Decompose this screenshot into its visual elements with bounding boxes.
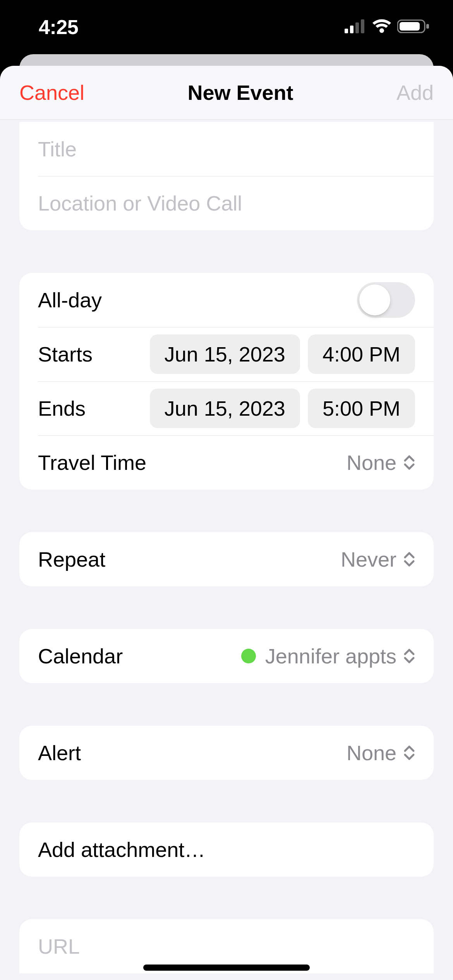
starts-row: Starts Jun 15, 2023 4:00 PM xyxy=(19,327,434,381)
svg-rect-1 xyxy=(350,26,353,33)
alert-group: Alert None xyxy=(19,726,434,780)
title-row[interactable]: Title xyxy=(19,122,434,176)
calendar-label: Calendar xyxy=(38,644,123,668)
ends-label: Ends xyxy=(38,396,86,420)
url-input[interactable]: URL xyxy=(38,934,415,958)
status-icons xyxy=(345,19,430,36)
home-indicator[interactable] xyxy=(143,965,310,971)
updown-icon xyxy=(403,552,415,567)
allday-row: All-day xyxy=(19,273,434,327)
ends-date-picker[interactable]: Jun 15, 2023 xyxy=(150,389,300,428)
add-attachment-row[interactable]: Add attachment… xyxy=(19,822,434,877)
cellular-signal-icon xyxy=(345,19,366,35)
battery-icon xyxy=(397,19,430,36)
add-button[interactable]: Add xyxy=(396,81,434,105)
svg-rect-6 xyxy=(426,24,429,29)
time-group: All-day Starts Jun 15, 2023 4:00 PM Ends… xyxy=(19,273,434,490)
repeat-label: Repeat xyxy=(38,547,105,571)
sheet-header: Cancel New Event Add xyxy=(0,66,453,120)
svg-rect-3 xyxy=(361,19,364,33)
sheet-title: New Event xyxy=(187,81,293,105)
calendar-color-dot xyxy=(241,649,256,663)
svg-rect-5 xyxy=(400,22,420,31)
add-attachment-label: Add attachment… xyxy=(38,838,205,862)
new-event-sheet: Cancel New Event Add Title Location or V… xyxy=(0,66,453,980)
status-time: 4:25 xyxy=(39,15,78,39)
sheet-body[interactable]: Title Location or Video Call All-day Sta… xyxy=(0,120,453,980)
allday-label: All-day xyxy=(38,288,102,312)
location-input[interactable]: Location or Video Call xyxy=(38,191,415,215)
starts-date-picker[interactable]: Jun 15, 2023 xyxy=(150,334,300,374)
repeat-group: Repeat Never xyxy=(19,532,434,586)
alert-label: Alert xyxy=(38,741,81,765)
alert-row[interactable]: Alert None xyxy=(19,726,434,780)
starts-time-picker[interactable]: 4:00 PM xyxy=(308,334,415,374)
svg-rect-2 xyxy=(355,22,359,33)
calendar-group: Calendar Jennifer appts xyxy=(19,629,434,683)
repeat-value: Never xyxy=(341,547,396,571)
starts-label: Starts xyxy=(38,342,93,366)
svg-rect-0 xyxy=(345,29,348,33)
ends-row: Ends Jun 15, 2023 5:00 PM xyxy=(19,381,434,435)
repeat-row[interactable]: Repeat Never xyxy=(19,532,434,586)
allday-toggle[interactable] xyxy=(357,282,415,318)
alert-value: None xyxy=(347,741,396,765)
cancel-button[interactable]: Cancel xyxy=(19,81,84,105)
updown-icon xyxy=(403,455,415,470)
travel-time-label: Travel Time xyxy=(38,451,146,475)
status-bar: 4:25 xyxy=(0,0,453,54)
travel-time-value: None xyxy=(347,451,396,475)
travel-time-row[interactable]: Travel Time None xyxy=(19,435,434,490)
updown-icon xyxy=(403,745,415,761)
title-location-group: Title Location or Video Call xyxy=(19,122,434,230)
ends-time-picker[interactable]: 5:00 PM xyxy=(308,389,415,428)
toggle-knob xyxy=(359,284,390,315)
title-input[interactable]: Title xyxy=(38,137,415,161)
attachment-group: Add attachment… xyxy=(19,822,434,877)
updown-icon xyxy=(403,648,415,664)
wifi-icon xyxy=(372,19,392,35)
calendar-value: Jennifer appts xyxy=(265,644,396,668)
location-row[interactable]: Location or Video Call xyxy=(19,176,434,230)
calendar-row[interactable]: Calendar Jennifer appts xyxy=(19,629,434,683)
